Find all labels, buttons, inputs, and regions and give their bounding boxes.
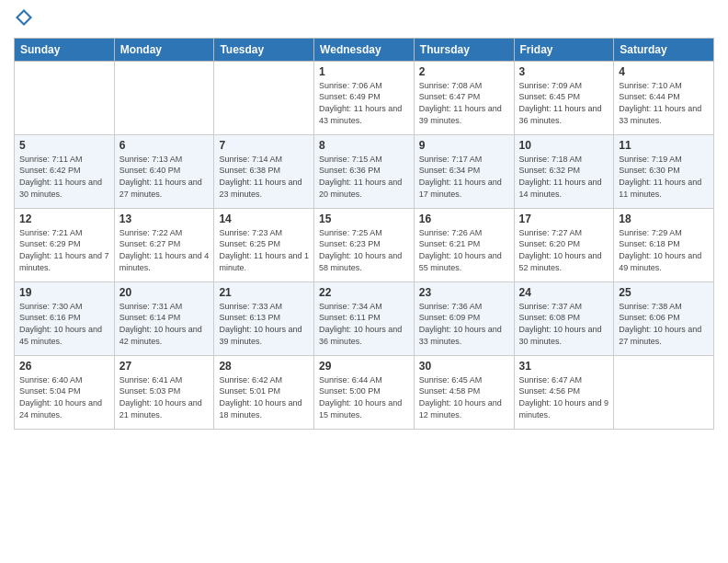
day-cell: 20Sunrise: 7:31 AM Sunset: 6:14 PM Dayli… — [114, 282, 214, 355]
day-cell: 19Sunrise: 7:30 AM Sunset: 6:16 PM Dayli… — [15, 282, 115, 355]
day-cell: 16Sunrise: 7:26 AM Sunset: 6:21 PM Dayli… — [414, 208, 514, 282]
day-number: 20 — [119, 286, 210, 299]
day-number: 23 — [419, 286, 509, 299]
weekday-header-friday: Friday — [514, 38, 614, 61]
day-number: 8 — [319, 139, 409, 152]
weekday-header-sunday: Sunday — [15, 38, 115, 61]
day-number: 19 — [19, 286, 109, 299]
day-info: Sunrise: 6:41 AM Sunset: 5:03 PM Dayligh… — [119, 374, 210, 420]
day-info: Sunrise: 7:37 AM Sunset: 6:08 PM Dayligh… — [519, 301, 609, 347]
day-number: 7 — [219, 139, 309, 152]
day-info: Sunrise: 7:09 AM Sunset: 6:45 PM Dayligh… — [519, 80, 609, 126]
day-number: 2 — [419, 65, 509, 78]
day-number: 17 — [519, 213, 609, 225]
day-number: 25 — [619, 286, 709, 299]
weekday-header-wednesday: Wednesday — [314, 38, 415, 61]
day-info: Sunrise: 7:31 AM Sunset: 6:14 PM Dayligh… — [119, 301, 210, 347]
day-cell: 30Sunrise: 6:45 AM Sunset: 4:58 PM Dayli… — [414, 355, 514, 429]
day-info: Sunrise: 7:21 AM Sunset: 6:29 PM Dayligh… — [19, 227, 109, 273]
day-number: 24 — [519, 286, 609, 299]
day-cell: 15Sunrise: 7:25 AM Sunset: 6:23 PM Dayli… — [314, 208, 415, 282]
day-cell: 12Sunrise: 7:21 AM Sunset: 6:29 PM Dayli… — [15, 208, 115, 282]
day-cell: 21Sunrise: 7:33 AM Sunset: 6:13 PM Dayli… — [214, 282, 314, 355]
day-cell — [114, 61, 214, 134]
day-cell: 1Sunrise: 7:06 AM Sunset: 6:49 PM Daylig… — [314, 61, 415, 134]
header — [14, 9, 714, 30]
week-row-5: 26Sunrise: 6:40 AM Sunset: 5:04 PM Dayli… — [15, 355, 714, 429]
day-number: 29 — [319, 360, 409, 373]
day-number: 27 — [119, 360, 210, 373]
weekday-header-thursday: Thursday — [414, 38, 514, 61]
day-number: 4 — [619, 65, 709, 78]
day-info: Sunrise: 7:34 AM Sunset: 6:11 PM Dayligh… — [319, 301, 409, 347]
day-info: Sunrise: 7:11 AM Sunset: 6:42 PM Dayligh… — [19, 154, 109, 200]
day-cell: 23Sunrise: 7:36 AM Sunset: 6:09 PM Dayli… — [414, 282, 514, 355]
day-info: Sunrise: 7:10 AM Sunset: 6:44 PM Dayligh… — [619, 80, 709, 126]
day-cell: 4Sunrise: 7:10 AM Sunset: 6:44 PM Daylig… — [614, 61, 714, 134]
day-cell: 9Sunrise: 7:17 AM Sunset: 6:34 PM Daylig… — [414, 134, 514, 208]
day-cell: 10Sunrise: 7:18 AM Sunset: 6:32 PM Dayli… — [514, 134, 614, 208]
day-info: Sunrise: 7:06 AM Sunset: 6:49 PM Dayligh… — [319, 80, 409, 126]
day-cell: 26Sunrise: 6:40 AM Sunset: 5:04 PM Dayli… — [15, 355, 115, 429]
logo — [14, 9, 32, 30]
day-cell: 27Sunrise: 6:41 AM Sunset: 5:03 PM Dayli… — [114, 355, 214, 429]
day-info: Sunrise: 7:22 AM Sunset: 6:27 PM Dayligh… — [119, 227, 210, 273]
day-number: 13 — [119, 213, 210, 225]
day-info: Sunrise: 7:18 AM Sunset: 6:32 PM Dayligh… — [519, 154, 609, 200]
day-info: Sunrise: 7:17 AM Sunset: 6:34 PM Dayligh… — [419, 154, 509, 200]
weekday-header-tuesday: Tuesday — [214, 38, 314, 61]
day-info: Sunrise: 7:15 AM Sunset: 6:36 PM Dayligh… — [319, 154, 409, 200]
day-info: Sunrise: 6:40 AM Sunset: 5:04 PM Dayligh… — [19, 374, 109, 420]
day-cell: 2Sunrise: 7:08 AM Sunset: 6:47 PM Daylig… — [414, 61, 514, 134]
day-number: 30 — [419, 360, 509, 373]
day-info: Sunrise: 7:27 AM Sunset: 6:20 PM Dayligh… — [519, 227, 609, 273]
day-cell: 11Sunrise: 7:19 AM Sunset: 6:30 PM Dayli… — [614, 134, 714, 208]
day-cell — [15, 61, 115, 134]
weekday-header-saturday: Saturday — [614, 38, 714, 61]
day-cell: 17Sunrise: 7:27 AM Sunset: 6:20 PM Dayli… — [514, 208, 614, 282]
day-cell: 3Sunrise: 7:09 AM Sunset: 6:45 PM Daylig… — [514, 61, 614, 134]
calendar: SundayMondayTuesdayWednesdayThursdayFrid… — [14, 38, 714, 430]
day-cell: 13Sunrise: 7:22 AM Sunset: 6:27 PM Dayli… — [114, 208, 214, 282]
week-row-3: 12Sunrise: 7:21 AM Sunset: 6:29 PM Dayli… — [15, 208, 714, 282]
day-cell: 24Sunrise: 7:37 AM Sunset: 6:08 PM Dayli… — [514, 282, 614, 355]
day-number: 18 — [619, 213, 709, 225]
day-info: Sunrise: 7:19 AM Sunset: 6:30 PM Dayligh… — [619, 154, 709, 200]
day-info: Sunrise: 7:08 AM Sunset: 6:47 PM Dayligh… — [419, 80, 509, 126]
day-cell: 25Sunrise: 7:38 AM Sunset: 6:06 PM Dayli… — [614, 282, 714, 355]
day-cell: 18Sunrise: 7:29 AM Sunset: 6:18 PM Dayli… — [614, 208, 714, 282]
day-cell: 7Sunrise: 7:14 AM Sunset: 6:38 PM Daylig… — [214, 134, 314, 208]
day-number: 21 — [219, 286, 309, 299]
logo-icon — [16, 9, 32, 26]
day-cell: 28Sunrise: 6:42 AM Sunset: 5:01 PM Dayli… — [214, 355, 314, 429]
day-number: 3 — [519, 65, 609, 78]
day-info: Sunrise: 7:38 AM Sunset: 6:06 PM Dayligh… — [619, 301, 709, 347]
day-cell: 5Sunrise: 7:11 AM Sunset: 6:42 PM Daylig… — [15, 134, 115, 208]
day-number: 1 — [319, 65, 409, 78]
day-info: Sunrise: 6:42 AM Sunset: 5:01 PM Dayligh… — [219, 374, 309, 420]
day-number: 6 — [119, 139, 210, 152]
day-info: Sunrise: 6:47 AM Sunset: 4:56 PM Dayligh… — [519, 374, 609, 420]
day-number: 14 — [219, 213, 309, 225]
day-cell: 29Sunrise: 6:44 AM Sunset: 5:00 PM Dayli… — [314, 355, 415, 429]
day-cell: 8Sunrise: 7:15 AM Sunset: 6:36 PM Daylig… — [314, 134, 415, 208]
day-info: Sunrise: 7:30 AM Sunset: 6:16 PM Dayligh… — [19, 301, 109, 347]
week-row-2: 5Sunrise: 7:11 AM Sunset: 6:42 PM Daylig… — [15, 134, 714, 208]
day-cell: 6Sunrise: 7:13 AM Sunset: 6:40 PM Daylig… — [114, 134, 214, 208]
day-info: Sunrise: 7:29 AM Sunset: 6:18 PM Dayligh… — [619, 227, 709, 273]
day-number: 5 — [19, 139, 109, 152]
weekday-header-monday: Monday — [114, 38, 214, 61]
week-row-4: 19Sunrise: 7:30 AM Sunset: 6:16 PM Dayli… — [15, 282, 714, 355]
day-number: 12 — [19, 213, 109, 225]
day-info: Sunrise: 7:26 AM Sunset: 6:21 PM Dayligh… — [419, 227, 509, 273]
day-number: 11 — [619, 139, 709, 152]
day-number: 31 — [519, 360, 609, 373]
week-row-1: 1Sunrise: 7:06 AM Sunset: 6:49 PM Daylig… — [15, 61, 714, 134]
day-info: Sunrise: 7:14 AM Sunset: 6:38 PM Dayligh… — [219, 154, 309, 200]
page: SundayMondayTuesdayWednesdayThursdayFrid… — [0, 0, 728, 563]
day-number: 26 — [19, 360, 109, 373]
day-info: Sunrise: 7:33 AM Sunset: 6:13 PM Dayligh… — [219, 301, 309, 347]
day-number: 10 — [519, 139, 609, 152]
day-info: Sunrise: 6:44 AM Sunset: 5:00 PM Dayligh… — [319, 374, 409, 420]
day-info: Sunrise: 7:23 AM Sunset: 6:25 PM Dayligh… — [219, 227, 309, 273]
